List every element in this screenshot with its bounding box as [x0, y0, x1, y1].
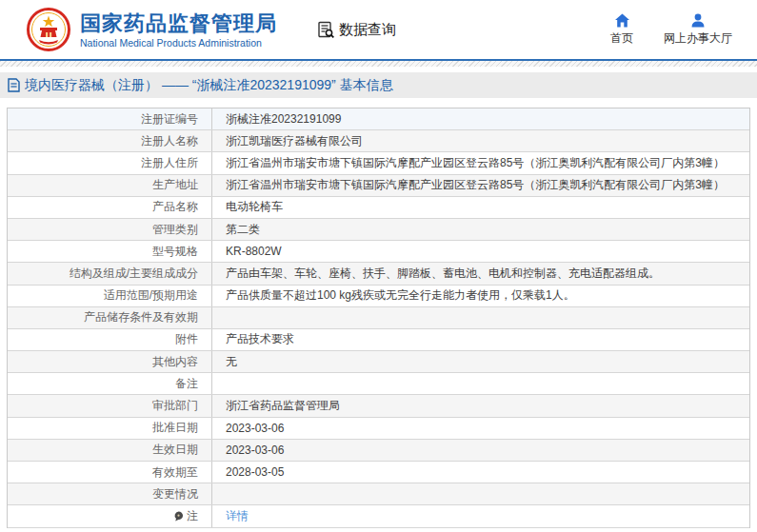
table-row: 审批部门 浙江省药品监督管理局 [8, 395, 749, 417]
row-value: 电动轮椅车 [212, 197, 749, 218]
nav-home-label: 首页 [610, 30, 633, 47]
agency-name-cn: 国家药品监督管理局 [80, 11, 277, 36]
hatched-strip [0, 61, 757, 67]
row-value: 浙江凯瑞医疗器械有限公司 [212, 130, 749, 151]
table-row: 生产地址 浙江省温州市瑞安市塘下镇国际汽摩配产业园区登云路85号（浙江奥凯利汽配… [8, 175, 749, 197]
row-value [212, 483, 749, 504]
row-label: 附件 [8, 329, 212, 350]
page-title: 境内医疗器械（注册） —— “浙械注准20232191099” 基本信息 [25, 77, 393, 94]
agency-title: 国家药品监督管理局 National Medical Products Admi… [80, 11, 277, 49]
row-label: 批准日期 [8, 418, 212, 439]
table-row: 结构及组成/主要组成成分 产品由车架、车轮、座椅、扶手、脚踏板、蓄电池、电机和控… [8, 263, 749, 285]
row-value [212, 373, 749, 394]
registration-info-table: 注册证编号 浙械注准20232191099 注册人名称 浙江凯瑞医疗器械有限公司 [7, 108, 750, 528]
row-label-text: 批准日期 [152, 420, 198, 436]
nav-service-hall-label: 网上办事大厅 [664, 30, 732, 47]
row-value: 产品由车架、车轮、座椅、扶手、脚踏板、蓄电池、电机和控制器、充电适配器组成。 [212, 263, 749, 284]
row-label-text: 生产地址 [152, 177, 198, 193]
row-label-text: 有效期至 [152, 464, 198, 481]
row-label: 型号规格 [8, 241, 212, 262]
table-row: 有效期至 2028-03-05 [8, 462, 749, 483]
table-row: 批准日期 2023-03-06 [8, 418, 749, 440]
detail-link[interactable]: 详情 [226, 508, 249, 524]
row-value: 浙江省温州市瑞安市塘下镇国际汽摩配产业园区登云路85号（浙江奥凯利汽配有限公司厂… [212, 175, 749, 196]
row-label-text: 注册证编号 [141, 111, 198, 128]
row-label: 注册人名称 [8, 130, 212, 151]
note-icon [173, 511, 184, 522]
row-value [212, 307, 749, 328]
row-label-text: 产品名称 [152, 199, 198, 215]
national-emblem-icon [27, 8, 70, 51]
document-icon [8, 78, 20, 92]
home-icon [614, 13, 630, 28]
user-icon [690, 13, 706, 28]
row-label-text: 结构及组成/主要组成成分 [70, 266, 198, 282]
table-row: 注册证编号 浙械注准20232191099 [8, 108, 749, 130]
row-value: 第二类 [212, 219, 749, 240]
row-label: 变更情况 [8, 483, 212, 504]
row-label: 管理类别 [8, 219, 212, 240]
data-query-nav[interactable]: 数据查询 [317, 21, 396, 39]
row-value: 产品供质量不超过100 kg残疾或无完全行走能力者使用，仅乘载1人。 [212, 286, 749, 306]
row-label-text: 适用范围/预期用途 [104, 287, 198, 304]
row-label: 审批部门 [8, 395, 212, 416]
row-value: 无 [212, 351, 749, 372]
page-header: 国家药品监督管理局 National Medical Products Admi… [0, 0, 757, 59]
table-row: 注册人住所 浙江省温州市瑞安市塘下镇国际汽摩配产业园区登云路85号（浙江奥凯利汽… [8, 152, 749, 174]
row-label: 结构及组成/主要组成成分 [8, 263, 212, 284]
data-query-label: 数据查询 [339, 21, 396, 39]
row-value: 详情 [212, 505, 749, 526]
row-value: 浙江省温州市瑞安市塘下镇国际汽摩配产业园区登云路85号（浙江奥凯利汽配有限公司厂… [212, 152, 749, 173]
row-label: 有效期至 [8, 462, 212, 483]
agency-logo[interactable]: 国家药品监督管理局 National Medical Products Admi… [27, 8, 277, 51]
row-label-text: 变更情况 [152, 486, 198, 502]
table-row: 变更情况 [8, 483, 749, 505]
table-row: 其他内容 无 [8, 351, 749, 373]
table-row: 型号规格 KR-8802W [8, 241, 749, 263]
header-nav: 首页 网上办事大厅 [605, 13, 732, 47]
row-label-text: 注册人名称 [141, 133, 198, 149]
breadcrumb: 境内医疗器械（注册） —— “浙械注准20232191099” 基本信息 [0, 72, 757, 98]
row-label-text: 审批部门 [152, 398, 198, 414]
row-label-text: 备注 [175, 376, 198, 392]
nav-service-hall[interactable]: 网上办事大厅 [664, 13, 732, 47]
data-query-icon [317, 21, 335, 39]
agency-name-en: National Medical Products Administration [80, 37, 277, 49]
row-label-text: 注册人住所 [141, 155, 198, 171]
row-label-text: 产品储存条件及有效期 [84, 309, 198, 325]
table-row: 适用范围/预期用途 产品供质量不超过100 kg残疾或无完全行走能力者使用，仅乘… [8, 286, 749, 307]
row-value: 产品技术要求 [212, 329, 749, 350]
row-label: 其他内容 [8, 351, 212, 372]
row-value: 2023-03-06 [212, 440, 749, 461]
table-row: 附件 产品技术要求 [8, 329, 749, 351]
row-value: 浙械注准20232191099 [212, 108, 749, 129]
row-label-text: 注 [187, 508, 198, 524]
row-label-text: 附件 [175, 331, 198, 347]
row-label: 产品名称 [8, 197, 212, 218]
table-row: 注 详情 [8, 505, 749, 527]
row-label: 生效日期 [8, 440, 212, 461]
row-value: KR-8802W [212, 241, 749, 262]
row-label: 注 [8, 505, 212, 526]
table-row: 产品名称 电动轮椅车 [8, 197, 749, 219]
table-row: 备注 [8, 373, 749, 395]
table-row: 管理类别 第二类 [8, 219, 749, 241]
row-label-text: 型号规格 [152, 244, 198, 260]
row-label-text: 其他内容 [152, 354, 198, 370]
table-row: 生效日期 2023-03-06 [8, 440, 749, 462]
row-value: 2023-03-06 [212, 418, 749, 439]
row-value: 2028-03-05 [212, 462, 749, 483]
row-label-text: 管理类别 [152, 222, 198, 238]
row-label: 适用范围/预期用途 [8, 286, 212, 306]
row-label: 生产地址 [8, 175, 212, 196]
row-label: 注册人住所 [8, 152, 212, 173]
table-row: 产品储存条件及有效期 [8, 307, 749, 329]
row-label: 备注 [8, 373, 212, 394]
table-row: 注册人名称 浙江凯瑞医疗器械有限公司 [8, 130, 749, 152]
nav-home[interactable]: 首页 [605, 13, 639, 47]
row-value: 浙江省药品监督管理局 [212, 395, 749, 416]
row-label: 产品储存条件及有效期 [8, 307, 212, 328]
row-label: 注册证编号 [8, 108, 212, 129]
row-label-text: 生效日期 [152, 442, 198, 458]
